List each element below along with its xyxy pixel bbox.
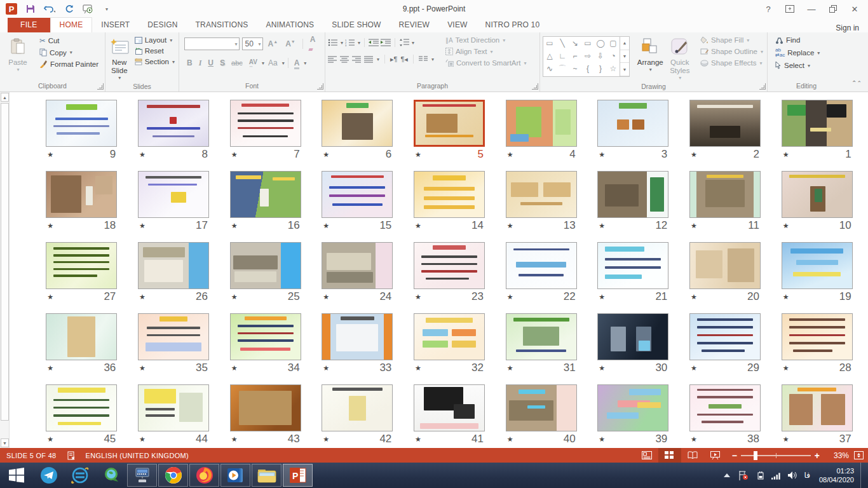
slide-thumbnail-3[interactable] bbox=[597, 100, 668, 147]
tab-design[interactable]: DESIGN bbox=[139, 18, 186, 32]
change-case-button[interactable]: Aa bbox=[266, 58, 280, 67]
shape-outline-button[interactable]: Shape Outline▾ bbox=[699, 48, 764, 55]
cut-button[interactable]: ✂Cut bbox=[38, 36, 100, 45]
taskbar-app-powerpoint[interactable]: P bbox=[283, 464, 313, 487]
help-icon[interactable]: ? bbox=[759, 2, 778, 16]
slide-thumbnail-15[interactable] bbox=[322, 171, 393, 218]
new-slide-button[interactable]: New Slide▾ bbox=[108, 35, 131, 81]
slide-thumbnail-11[interactable] bbox=[689, 171, 761, 218]
slide-thumbnail-38[interactable] bbox=[689, 384, 761, 431]
sign-in-link[interactable]: Sign in bbox=[836, 24, 868, 32]
slide-thumbnail-30[interactable] bbox=[597, 313, 668, 360]
shape-option-5[interactable]: ▢ bbox=[607, 37, 620, 50]
slide-thumbnail-39[interactable] bbox=[597, 384, 668, 431]
slide-thumbnail-22[interactable] bbox=[506, 242, 577, 289]
shape-option-7[interactable]: ∟ bbox=[556, 50, 569, 62]
shape-option-3[interactable]: ▭ bbox=[581, 37, 594, 50]
shape-option-11[interactable]: ◔ bbox=[607, 50, 620, 62]
convert-to-smartart-button[interactable]: Convert to SmartArt▾ bbox=[444, 59, 528, 67]
drawing-dialog-launcher[interactable] bbox=[759, 83, 766, 90]
save-icon[interactable] bbox=[24, 3, 37, 15]
slide-thumbnail-18[interactable] bbox=[46, 171, 117, 218]
tab-slide-show[interactable]: SLIDE SHOW bbox=[323, 18, 390, 32]
slide-thumbnail-1[interactable] bbox=[782, 100, 853, 147]
slide-thumbnail-8[interactable] bbox=[138, 100, 209, 147]
slide-thumbnail-43[interactable] bbox=[230, 384, 301, 431]
scroll-up-icon[interactable]: ▲ bbox=[1, 93, 9, 102]
align-text-button[interactable]: Align Text▾ bbox=[444, 48, 528, 55]
numbering-icon[interactable]: 123 bbox=[345, 39, 355, 46]
scrollbar-thumb[interactable] bbox=[1, 103, 9, 421]
shape-option-17[interactable]: ☆ bbox=[607, 62, 620, 75]
character-spacing-button[interactable]: AV↔ bbox=[247, 58, 260, 68]
scroll-down-icon[interactable]: ▼ bbox=[1, 438, 9, 447]
slide-thumbnail-37[interactable] bbox=[782, 384, 853, 431]
tab-home[interactable]: HOME bbox=[50, 17, 93, 32]
slide-thumbnail-28[interactable] bbox=[782, 313, 853, 360]
slide-counter[interactable]: SLIDE 5 OF 48 bbox=[6, 452, 57, 459]
slide-thumbnail-2[interactable] bbox=[689, 100, 761, 147]
shape-option-6[interactable]: △ bbox=[543, 50, 556, 62]
slide-thumbnail-41[interactable] bbox=[414, 384, 485, 431]
quick-styles-button[interactable]: Quick Styles▾ bbox=[666, 35, 695, 81]
zoom-out-button[interactable]: − bbox=[732, 451, 737, 461]
arrange-button[interactable]: Arrange▾ bbox=[636, 35, 665, 81]
taskbar-app-telegram[interactable] bbox=[34, 464, 64, 487]
close-icon[interactable]: ✕ bbox=[845, 2, 864, 16]
show-desktop-strip[interactable] bbox=[860, 463, 864, 488]
underline-button[interactable]: U bbox=[205, 58, 216, 67]
select-button[interactable]: Select▾ bbox=[774, 62, 821, 69]
slide-thumbnail-34[interactable] bbox=[230, 313, 301, 360]
increase-indent-icon[interactable] bbox=[381, 39, 391, 46]
slide-sorter-view-button[interactable] bbox=[658, 448, 681, 463]
font-size-combo[interactable]: 50▾ bbox=[242, 37, 263, 50]
slide-thumbnail-44[interactable] bbox=[138, 384, 209, 431]
slide-thumbnail-31[interactable] bbox=[506, 313, 577, 360]
format-painter-button[interactable]: Format Painter bbox=[38, 60, 100, 68]
shape-option-0[interactable]: ▭ bbox=[543, 37, 556, 50]
zoom-slider[interactable] bbox=[741, 455, 811, 456]
zoom-in-button[interactable]: + bbox=[815, 451, 820, 461]
slide-thumbnail-25[interactable] bbox=[230, 242, 301, 289]
undo-icon[interactable] bbox=[43, 3, 56, 15]
taskbar-clock[interactable]: 01:23 08/04/2020 bbox=[817, 466, 854, 485]
fit-slide-to-window-icon[interactable] bbox=[849, 448, 868, 463]
action-center-flag-icon[interactable] bbox=[738, 471, 749, 480]
tab-file[interactable]: FILE bbox=[8, 18, 50, 32]
font-color-button[interactable]: A bbox=[292, 58, 302, 67]
align-center-icon[interactable] bbox=[340, 56, 349, 63]
taskbar-app-mpc[interactable] bbox=[220, 464, 250, 487]
vertical-scrollbar[interactable]: ▲ ▼ bbox=[0, 92, 10, 448]
shape-option-13[interactable]: ⌒ bbox=[556, 62, 569, 75]
decrease-font-size-button[interactable]: A▼ bbox=[283, 39, 298, 48]
slide-thumbnail-45[interactable] bbox=[46, 384, 117, 431]
slide-thumbnail-10[interactable] bbox=[782, 171, 853, 218]
italic-button[interactable]: I bbox=[196, 58, 205, 68]
slide-thumbnail-4[interactable] bbox=[506, 100, 577, 147]
replace-button[interactable]: ab⇄ac Replace▾ bbox=[774, 48, 821, 58]
strikethrough-button[interactable]: abc bbox=[229, 59, 245, 67]
ltr-text-icon[interactable]: ▸¶ bbox=[390, 55, 397, 64]
language-indicator[interactable]: ENGLISH (UNITED KINGDOM) bbox=[86, 452, 189, 459]
reading-view-button[interactable] bbox=[681, 448, 704, 463]
increase-font-size-button[interactable]: A▲ bbox=[266, 39, 281, 48]
slide-thumbnail-36[interactable] bbox=[46, 313, 117, 360]
power-battery-icon[interactable] bbox=[755, 471, 765, 480]
taskbar-app-idm[interactable] bbox=[96, 464, 126, 487]
bullets-icon[interactable] bbox=[328, 39, 338, 46]
shape-option-12[interactable]: ∿ bbox=[543, 62, 556, 75]
collapse-ribbon-icon[interactable]: ⌃⌃ bbox=[851, 79, 862, 86]
qat-customize-icon[interactable]: ▾ bbox=[100, 3, 113, 15]
slide-thumbnail-16[interactable] bbox=[230, 171, 301, 218]
start-button[interactable] bbox=[0, 463, 33, 488]
slide-thumbnail-35[interactable] bbox=[138, 313, 209, 360]
shape-effects-button[interactable]: Shape Effects▾ bbox=[699, 59, 764, 67]
copy-button[interactable]: Copy▾ bbox=[38, 48, 100, 57]
shape-option-10[interactable]: ⇩ bbox=[594, 50, 607, 62]
shape-option-9[interactable]: ⇨ bbox=[581, 50, 594, 62]
slide-thumbnail-32[interactable] bbox=[414, 313, 485, 360]
slide-thumbnail-12[interactable] bbox=[597, 171, 668, 218]
slide-thumbnail-23[interactable] bbox=[414, 242, 485, 289]
paragraph-dialog-launcher[interactable] bbox=[532, 83, 538, 90]
hidden-icons-chevron[interactable] bbox=[722, 473, 732, 477]
